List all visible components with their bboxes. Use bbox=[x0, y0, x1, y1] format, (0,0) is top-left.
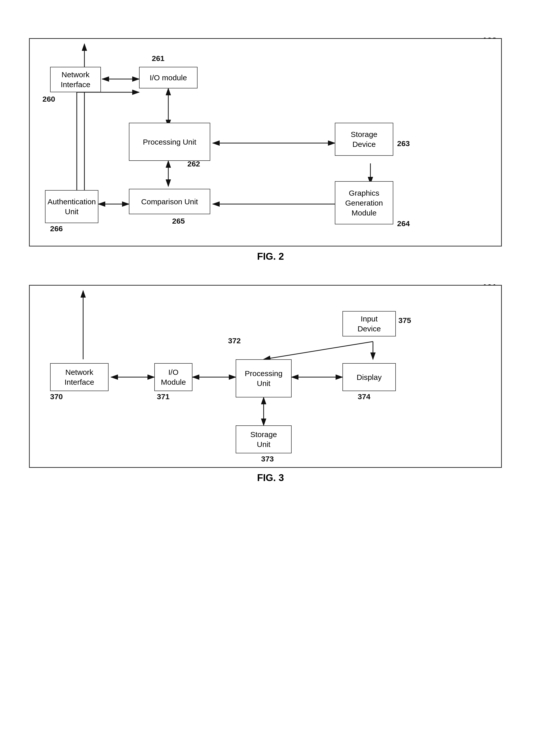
fig3-network-interface: NetworkInterface bbox=[50, 363, 109, 391]
fig3-storage-unit: StorageUnit bbox=[236, 425, 291, 453]
fig2-comparison-unit: Comparison Unit bbox=[129, 189, 210, 214]
fig2-ref-264: 264 bbox=[397, 219, 410, 228]
fig3-label: FIG. 3 bbox=[29, 472, 512, 483]
fig2-ref-266: 266 bbox=[50, 224, 63, 233]
fig3-ref-374: 374 bbox=[358, 392, 370, 401]
fig2-ref-262: 262 bbox=[187, 159, 200, 168]
fig2-container: 102 To User System bbox=[29, 38, 512, 262]
fig3-display: Display bbox=[342, 363, 396, 391]
fig2-io-module: I/O module bbox=[139, 67, 198, 89]
fig3-input-device: InputDevice bbox=[342, 311, 396, 337]
fig2-ref-260: 260 bbox=[42, 95, 55, 104]
page: 102 To User System bbox=[0, 0, 541, 514]
fig3-ref-372: 372 bbox=[228, 337, 241, 345]
fig2-ref-261: 261 bbox=[152, 54, 165, 63]
fig3-ref-371: 371 bbox=[157, 392, 170, 401]
fig2-network-interface: NetworkInterface bbox=[50, 67, 101, 92]
fig2-ref-265: 265 bbox=[172, 217, 185, 225]
fig3-processing-unit: ProcessingUnit bbox=[236, 359, 291, 397]
fig2-ref-263: 263 bbox=[397, 139, 410, 148]
fig3-diagram-box: NetworkInterface 370 I/OModule 371 Proce… bbox=[29, 285, 502, 468]
fig2-label: FIG. 2 bbox=[29, 251, 512, 262]
fig3-container: 101 To Host System bbox=[29, 285, 512, 483]
fig3-ref-373: 373 bbox=[261, 455, 274, 463]
fig3-io-module: I/OModule bbox=[154, 363, 193, 391]
fig2-processing-unit: Processing Unit bbox=[129, 123, 210, 161]
fig2-storage-device: StorageDevice bbox=[335, 123, 393, 156]
fig3-ref-370: 370 bbox=[50, 392, 63, 401]
fig2-graphics-gen: GraphicsGenerationModule bbox=[335, 181, 393, 224]
svg-line-20 bbox=[264, 342, 373, 359]
fig2-diagram-box: NetworkInterface 260 I/O module 261 Proc… bbox=[29, 38, 502, 246]
fig2-authentication-unit: AuthenticationUnit bbox=[45, 190, 98, 223]
fig3-ref-375: 375 bbox=[398, 316, 411, 325]
